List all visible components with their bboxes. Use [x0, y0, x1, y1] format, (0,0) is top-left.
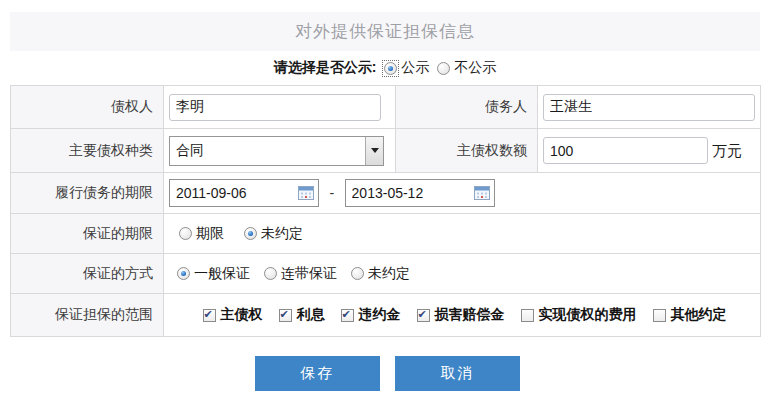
radio-option-general-guarantee[interactable]: 一般保证	[177, 265, 250, 283]
radio-option-public[interactable]: 公示	[384, 59, 429, 77]
debt-amount-input[interactable]	[543, 137, 708, 164]
debtor-label: 债务人	[396, 86, 538, 129]
radio-general-guarantee-icon[interactable]	[177, 267, 190, 280]
checkbox-option-penalty[interactable]: 违约金	[341, 306, 401, 324]
page-title: 对外提供保证担保信息	[295, 22, 475, 41]
checkbox-interest-icon[interactable]	[279, 309, 292, 322]
radio-unagreed-method-icon[interactable]	[351, 267, 364, 280]
checkbox-realization-costs-label: 实现债权的费用	[539, 306, 637, 324]
radio-not-public-icon[interactable]	[437, 62, 450, 75]
date-range-separator: -	[329, 185, 334, 201]
end-date-field	[345, 179, 495, 207]
action-buttons-row: 保存 取消	[255, 356, 770, 391]
radio-option-not-public[interactable]: 不公示	[437, 59, 496, 77]
radio-not-public-label: 不公示	[454, 59, 496, 77]
checkbox-realization-costs-icon[interactable]	[521, 309, 534, 322]
chevron-down-icon	[371, 148, 379, 153]
debt-type-select[interactable]: 合同	[169, 136, 384, 166]
radio-joint-guarantee-label: 连带保证	[281, 265, 337, 283]
end-date-input[interactable]	[345, 179, 495, 207]
radio-unagreed-method-label: 未约定	[368, 265, 410, 283]
select-dropdown-button[interactable]	[365, 137, 383, 165]
start-date-input[interactable]	[169, 179, 319, 207]
save-button[interactable]: 保存	[255, 356, 380, 391]
checkbox-option-interest[interactable]: 利息	[279, 306, 325, 324]
checkbox-option-other-agreements[interactable]: 其他约定	[653, 306, 727, 324]
checkbox-interest-label: 利息	[297, 306, 325, 324]
calendar-icon[interactable]	[298, 186, 314, 200]
publicity-question-label: 请选择是否公示:	[274, 59, 377, 77]
debtor-input[interactable]	[543, 94, 755, 121]
checkbox-penalty-label: 违约金	[359, 306, 401, 324]
checkbox-option-principal-debt[interactable]: 主债权	[203, 306, 263, 324]
radio-option-unagreed-method[interactable]: 未约定	[351, 265, 410, 283]
radio-joint-guarantee-icon[interactable]	[264, 267, 277, 280]
table-row: 履行债务的期限 -	[11, 173, 761, 214]
guarantee-scope-label: 保证担保的范围	[11, 294, 164, 337]
radio-focus-ring	[384, 62, 397, 75]
radio-public-icon[interactable]	[384, 62, 397, 75]
creditor-input[interactable]	[169, 94, 381, 121]
radio-option-joint-guarantee[interactable]: 连带保证	[264, 265, 337, 283]
checkbox-principal-debt-icon[interactable]	[203, 309, 216, 322]
table-row: 保证担保的范围 主债权 利息 违约金	[11, 294, 761, 337]
radio-fixed-period-icon[interactable]	[179, 227, 192, 240]
guarantee-form-page: 对外提供保证担保信息 请选择是否公示: 公示 不公示 债权人 债务人 主要债权种…	[0, 0, 770, 412]
publicity-choice-row: 请选择是否公示: 公示 不公示	[0, 51, 770, 85]
table-row: 保证的方式 一般保证 连带保证 未约定	[11, 254, 761, 294]
debt-amount-label: 主债权数额	[396, 129, 538, 173]
table-row: 主要债权种类 合同 主债权数额 万元	[11, 129, 761, 173]
checkbox-other-agreements-label: 其他约定	[671, 306, 727, 324]
guarantee-period-label: 保证的期限	[11, 214, 164, 254]
start-date-field	[169, 179, 319, 207]
guarantee-method-label: 保证的方式	[11, 254, 164, 294]
table-row: 债权人 债务人	[11, 86, 761, 129]
performance-period-label: 履行债务的期限	[11, 173, 164, 214]
checkbox-other-agreements-icon[interactable]	[653, 309, 666, 322]
radio-option-fixed-period[interactable]: 期限	[179, 225, 224, 243]
table-row: 保证的期限 期限 未约定	[11, 214, 761, 254]
radio-fixed-period-label: 期限	[196, 225, 224, 243]
radio-option-unagreed-period[interactable]: 未约定	[244, 225, 303, 243]
radio-unagreed-period-label: 未约定	[261, 225, 303, 243]
page-header: 对外提供保证担保信息	[10, 12, 760, 51]
cancel-button[interactable]: 取消	[395, 356, 520, 391]
calendar-icon[interactable]	[474, 186, 490, 200]
checkbox-principal-debt-label: 主债权	[221, 306, 263, 324]
radio-unagreed-period-icon[interactable]	[244, 227, 257, 240]
radio-public-label: 公示	[401, 59, 429, 77]
checkbox-damages-icon[interactable]	[417, 309, 430, 322]
debt-type-label: 主要债权种类	[11, 129, 164, 173]
debt-type-selected-value: 合同	[170, 142, 204, 160]
radio-general-guarantee-label: 一般保证	[194, 265, 250, 283]
checkbox-penalty-icon[interactable]	[341, 309, 354, 322]
checkbox-option-realization-costs[interactable]: 实现债权的费用	[521, 306, 637, 324]
checkbox-option-damages[interactable]: 损害赔偿金	[417, 306, 505, 324]
amount-unit-label: 万元	[712, 142, 742, 159]
guarantee-form-table: 债权人 债务人 主要债权种类 合同 主债权数额 万元 履行债务的期限	[10, 85, 761, 337]
creditor-label: 债权人	[11, 86, 164, 129]
checkbox-damages-label: 损害赔偿金	[435, 306, 505, 324]
